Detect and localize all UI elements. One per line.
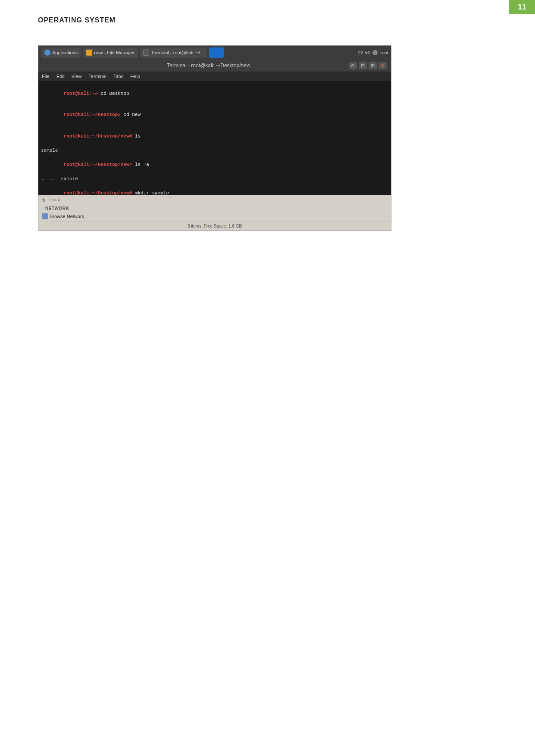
menu-edit[interactable]: Edit — [56, 74, 65, 79]
terminal-line-4: sample — [41, 147, 388, 154]
taskbar-app-applications[interactable]: Applications — [41, 47, 81, 58]
file-manager-area: 🗑 Trash NETWORK Browse Network — [38, 195, 391, 222]
terminal-label: Terminal - root@kali: ~/... — [151, 50, 204, 55]
status-text: 3 items, Free Space: 1.6 GB — [188, 224, 242, 228]
screenshot-container: Applications new - File Manager Terminal… — [38, 45, 391, 231]
filemanager-label: new - File Manager — [94, 50, 135, 55]
terminal-window: Terminal - root@kali: ~/Desktop/new ⊖ ⊟ … — [38, 59, 391, 230]
terminal-controls: ⊖ ⊟ ⊞ ✕ — [349, 62, 387, 69]
user-label: root — [380, 50, 388, 55]
terminal-icon — [143, 50, 149, 56]
terminal-line-5: root@kali:~/Desktop/new# ls -a — [41, 154, 388, 175]
taskbar-app-blue[interactable] — [209, 47, 224, 58]
trash-item[interactable]: 🗑 Trash — [42, 197, 62, 202]
close-button[interactable]: ✕ — [379, 62, 387, 69]
menu-file[interactable]: File — [42, 74, 50, 79]
terminal-menubar: File Edit View Terminal Tabs Help — [38, 72, 391, 81]
menu-terminal[interactable]: Terminal — [88, 74, 106, 79]
section-heading: OPERATING SYSTEM — [38, 16, 116, 24]
network-section-label: NETWORK — [42, 205, 72, 212]
terminal-line-6: . .. sample — [41, 175, 388, 183]
terminal-line-7: root@kali:~/Desktop/new# mkdir sample — [41, 182, 388, 195]
filemanager-icon — [86, 50, 92, 56]
terminal-content[interactable]: root@kali:~# cd Desktop root@kali:~/Desk… — [38, 81, 391, 195]
applications-label: Applications — [52, 50, 78, 55]
browse-network-label: Browse Network — [50, 214, 84, 219]
terminal-line-3: root@kali:~/Desktop/new# ls — [41, 125, 388, 147]
maximize-button[interactable]: ⊟ — [359, 62, 367, 69]
taskbar-app-filemanager[interactable]: new - File Manager — [83, 47, 138, 58]
wifi-icon — [372, 50, 378, 55]
network-icon — [42, 213, 48, 219]
terminal-line-1: root@kali:~# cd Desktop — [41, 83, 388, 104]
browse-network-item[interactable]: Browse Network — [38, 212, 391, 220]
restore-button[interactable]: ⊞ — [369, 62, 377, 69]
minimize-button[interactable]: ⊖ — [349, 62, 357, 69]
menu-view[interactable]: View — [72, 74, 82, 79]
blue-app-icon — [213, 49, 220, 56]
taskbar-app-terminal[interactable]: Terminal - root@kali: ~/... — [140, 47, 207, 58]
menu-tabs[interactable]: Tabs — [113, 74, 123, 79]
terminal-line-2: root@kali:~/Desktop# cd new — [41, 104, 388, 126]
taskbar-time: 22:54 root — [358, 50, 389, 55]
terminal-titlebar: Terminal - root@kali: ~/Desktop/new ⊖ ⊟ … — [38, 59, 391, 72]
terminal-title: Terminal - root@kali: ~/Desktop/new — [69, 62, 349, 69]
taskbar: Applications new - File Manager Terminal… — [38, 46, 391, 59]
kali-icon — [44, 50, 50, 56]
statusbar: 3 items, Free Space: 1.6 GB — [38, 222, 391, 230]
time-display: 22:54 — [358, 50, 370, 55]
page-number: 11 — [509, 0, 535, 14]
menu-help[interactable]: Help — [130, 74, 140, 79]
